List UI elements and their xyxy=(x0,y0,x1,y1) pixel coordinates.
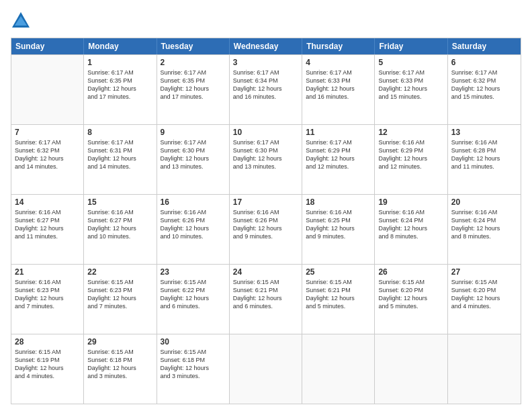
day-info: Sunrise: 6:15 AMSunset: 6:18 PMDaylight:… xyxy=(87,348,152,381)
day-info: Sunrise: 6:16 AMSunset: 6:26 PMDaylight:… xyxy=(161,208,226,241)
day-number: 14 xyxy=(15,197,80,207)
day-cell-28: 28Sunrise: 6:15 AMSunset: 6:19 PMDayligh… xyxy=(11,334,84,404)
day-cell-27: 27Sunrise: 6:15 AMSunset: 6:20 PMDayligh… xyxy=(448,265,521,334)
day-info: Sunrise: 6:16 AMSunset: 6:24 PMDaylight:… xyxy=(451,208,517,241)
empty-cell xyxy=(448,334,521,404)
day-header-wednesday: Wednesday xyxy=(230,38,302,54)
day-cell-12: 12Sunrise: 6:16 AMSunset: 6:29 PMDayligh… xyxy=(375,125,447,194)
day-info: Sunrise: 6:17 AMSunset: 6:31 PMDaylight:… xyxy=(87,138,152,171)
day-cell-16: 16Sunrise: 6:16 AMSunset: 6:26 PMDayligh… xyxy=(157,195,230,264)
day-info: Sunrise: 6:16 AMSunset: 6:24 PMDaylight:… xyxy=(378,208,443,241)
day-number: 28 xyxy=(15,337,80,347)
day-cell-14: 14Sunrise: 6:16 AMSunset: 6:27 PMDayligh… xyxy=(11,195,84,264)
day-info: Sunrise: 6:17 AMSunset: 6:32 PMDaylight:… xyxy=(15,138,80,171)
day-number: 15 xyxy=(87,197,152,207)
day-info: Sunrise: 6:16 AMSunset: 6:29 PMDaylight:… xyxy=(378,138,443,171)
day-number: 7 xyxy=(15,128,80,137)
day-info: Sunrise: 6:15 AMSunset: 6:21 PMDaylight:… xyxy=(233,278,298,311)
day-cell-29: 29Sunrise: 6:15 AMSunset: 6:18 PMDayligh… xyxy=(84,334,157,404)
day-number: 6 xyxy=(451,58,517,67)
day-info: Sunrise: 6:17 AMSunset: 6:33 PMDaylight:… xyxy=(378,68,443,101)
empty-cell xyxy=(302,334,375,404)
day-cell-6: 6Sunrise: 6:17 AMSunset: 6:32 PMDaylight… xyxy=(448,55,521,124)
day-number: 23 xyxy=(161,267,226,277)
main-container: SundayMondayTuesdayWednesdayThursdayFrid… xyxy=(0,0,532,411)
day-cell-30: 30Sunrise: 6:15 AMSunset: 6:18 PMDayligh… xyxy=(157,334,230,404)
day-info: Sunrise: 6:17 AMSunset: 6:29 PMDaylight:… xyxy=(306,138,371,171)
day-cell-4: 4Sunrise: 6:17 AMSunset: 6:33 PMDaylight… xyxy=(302,55,375,124)
day-number: 30 xyxy=(161,337,226,347)
day-number: 26 xyxy=(378,267,443,277)
day-info: Sunrise: 6:16 AMSunset: 6:27 PMDaylight:… xyxy=(87,208,152,241)
day-number: 19 xyxy=(378,197,443,207)
day-number: 11 xyxy=(306,128,371,137)
day-header-thursday: Thursday xyxy=(302,38,375,54)
day-info: Sunrise: 6:15 AMSunset: 6:21 PMDaylight:… xyxy=(306,278,371,311)
header xyxy=(11,11,521,31)
day-number: 18 xyxy=(306,197,371,207)
day-number: 12 xyxy=(378,128,443,137)
day-info: Sunrise: 6:17 AMSunset: 6:35 PMDaylight:… xyxy=(87,68,152,101)
day-info: Sunrise: 6:16 AMSunset: 6:25 PMDaylight:… xyxy=(306,208,371,241)
day-number: 20 xyxy=(451,197,517,207)
logo xyxy=(11,11,32,31)
empty-cell xyxy=(375,334,447,404)
day-info: Sunrise: 6:17 AMSunset: 6:32 PMDaylight:… xyxy=(451,68,517,101)
day-cell-10: 10Sunrise: 6:17 AMSunset: 6:30 PMDayligh… xyxy=(230,125,302,194)
day-header-saturday: Saturday xyxy=(448,38,521,54)
day-number: 29 xyxy=(87,337,152,347)
day-info: Sunrise: 6:17 AMSunset: 6:35 PMDaylight:… xyxy=(161,68,226,101)
day-cell-3: 3Sunrise: 6:17 AMSunset: 6:34 PMDaylight… xyxy=(230,55,302,124)
day-number: 27 xyxy=(451,267,517,277)
day-cell-26: 26Sunrise: 6:15 AMSunset: 6:20 PMDayligh… xyxy=(375,265,447,334)
day-cell-18: 18Sunrise: 6:16 AMSunset: 6:25 PMDayligh… xyxy=(302,195,375,264)
calendar-row-1: 1Sunrise: 6:17 AMSunset: 6:35 PMDaylight… xyxy=(11,54,521,124)
day-number: 16 xyxy=(161,197,226,207)
calendar-header: SundayMondayTuesdayWednesdayThursdayFrid… xyxy=(11,38,521,54)
day-cell-8: 8Sunrise: 6:17 AMSunset: 6:31 PMDaylight… xyxy=(84,125,157,194)
day-cell-20: 20Sunrise: 6:16 AMSunset: 6:24 PMDayligh… xyxy=(448,195,521,264)
day-cell-1: 1Sunrise: 6:17 AMSunset: 6:35 PMDaylight… xyxy=(84,55,157,124)
day-header-friday: Friday xyxy=(375,38,447,54)
day-cell-17: 17Sunrise: 6:16 AMSunset: 6:26 PMDayligh… xyxy=(230,195,302,264)
logo-icon xyxy=(11,11,31,31)
day-number: 2 xyxy=(161,58,226,67)
empty-cell xyxy=(230,334,302,404)
day-cell-7: 7Sunrise: 6:17 AMSunset: 6:32 PMDaylight… xyxy=(11,125,84,194)
day-number: 5 xyxy=(378,58,443,67)
calendar-row-5: 28Sunrise: 6:15 AMSunset: 6:19 PMDayligh… xyxy=(11,334,521,404)
day-number: 21 xyxy=(15,267,80,277)
day-number: 3 xyxy=(233,58,298,67)
day-info: Sunrise: 6:15 AMSunset: 6:22 PMDaylight:… xyxy=(161,278,226,311)
day-info: Sunrise: 6:16 AMSunset: 6:28 PMDaylight:… xyxy=(451,138,517,171)
calendar: SundayMondayTuesdayWednesdayThursdayFrid… xyxy=(11,38,521,404)
day-cell-15: 15Sunrise: 6:16 AMSunset: 6:27 PMDayligh… xyxy=(84,195,157,264)
day-number: 22 xyxy=(87,267,152,277)
day-header-sunday: Sunday xyxy=(11,38,84,54)
day-cell-2: 2Sunrise: 6:17 AMSunset: 6:35 PMDaylight… xyxy=(157,55,230,124)
calendar-row-2: 7Sunrise: 6:17 AMSunset: 6:32 PMDaylight… xyxy=(11,124,521,194)
day-cell-13: 13Sunrise: 6:16 AMSunset: 6:28 PMDayligh… xyxy=(448,125,521,194)
day-number: 10 xyxy=(233,128,298,137)
day-number: 25 xyxy=(306,267,371,277)
day-header-monday: Monday xyxy=(84,38,157,54)
day-cell-25: 25Sunrise: 6:15 AMSunset: 6:21 PMDayligh… xyxy=(302,265,375,334)
day-info: Sunrise: 6:16 AMSunset: 6:23 PMDaylight:… xyxy=(15,278,80,311)
day-info: Sunrise: 6:15 AMSunset: 6:20 PMDaylight:… xyxy=(451,278,517,311)
day-cell-11: 11Sunrise: 6:17 AMSunset: 6:29 PMDayligh… xyxy=(302,125,375,194)
day-number: 9 xyxy=(161,128,226,137)
day-info: Sunrise: 6:15 AMSunset: 6:20 PMDaylight:… xyxy=(378,278,443,311)
day-info: Sunrise: 6:17 AMSunset: 6:30 PMDaylight:… xyxy=(233,138,298,171)
day-info: Sunrise: 6:15 AMSunset: 6:18 PMDaylight:… xyxy=(161,348,226,381)
day-info: Sunrise: 6:16 AMSunset: 6:26 PMDaylight:… xyxy=(233,208,298,241)
calendar-row-4: 21Sunrise: 6:16 AMSunset: 6:23 PMDayligh… xyxy=(11,264,521,334)
day-cell-22: 22Sunrise: 6:15 AMSunset: 6:23 PMDayligh… xyxy=(84,265,157,334)
calendar-row-3: 14Sunrise: 6:16 AMSunset: 6:27 PMDayligh… xyxy=(11,194,521,264)
day-number: 1 xyxy=(87,58,152,67)
day-info: Sunrise: 6:15 AMSunset: 6:19 PMDaylight:… xyxy=(15,348,80,381)
day-number: 4 xyxy=(306,58,371,67)
day-info: Sunrise: 6:17 AMSunset: 6:30 PMDaylight:… xyxy=(161,138,226,171)
empty-cell xyxy=(11,55,84,124)
day-cell-9: 9Sunrise: 6:17 AMSunset: 6:30 PMDaylight… xyxy=(157,125,230,194)
day-cell-5: 5Sunrise: 6:17 AMSunset: 6:33 PMDaylight… xyxy=(375,55,447,124)
